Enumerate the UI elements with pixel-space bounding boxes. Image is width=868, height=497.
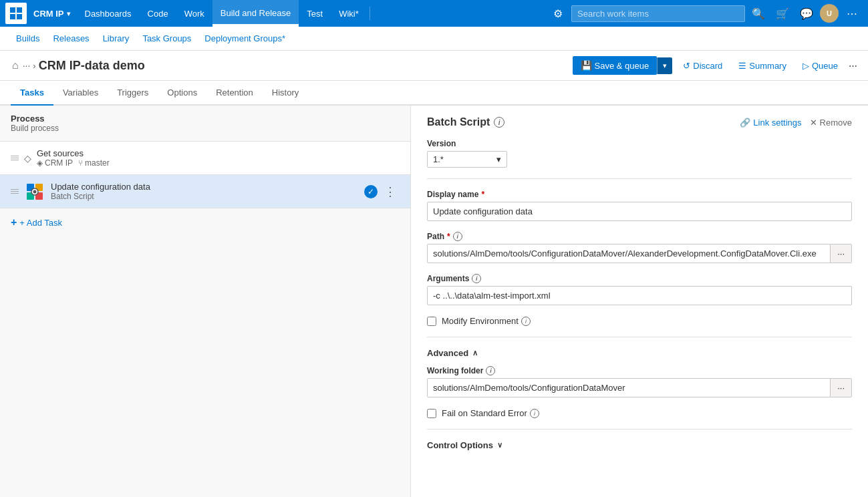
path-required: *: [447, 232, 450, 241]
arguments-group: Arguments i: [427, 274, 852, 305]
chat-icon[interactable]: 💬: [796, 3, 817, 24]
working-folder-input[interactable]: [427, 378, 831, 397]
tab-triggers[interactable]: Triggers: [108, 81, 158, 106]
nav-build-release[interactable]: Build and Release: [212, 0, 299, 27]
task-check-icon: ✓: [364, 185, 378, 198]
page-title: CRM IP-data demo: [39, 59, 145, 73]
display-name-input[interactable]: [427, 202, 852, 221]
breadcrumb-dots[interactable]: ···: [23, 60, 31, 71]
working-folder-info-icon[interactable]: i: [486, 366, 495, 375]
search-input[interactable]: [571, 5, 745, 22]
display-name-required: *: [481, 190, 484, 199]
nav-wiki[interactable]: Wiki*: [331, 0, 367, 27]
search-icon[interactable]: 🔍: [748, 3, 769, 24]
path-group: Path * i ···: [427, 232, 852, 263]
nav-code[interactable]: Code: [140, 0, 176, 27]
process-subtitle: Build process: [11, 124, 400, 133]
top-navigation: CRM IP ▾ Dashboards Code Work Build and …: [0, 0, 868, 27]
modify-environment-label: Modify Environment i: [442, 316, 531, 326]
nav-task-groups[interactable]: Task Groups: [137, 27, 196, 51]
batch-script-info-icon[interactable]: i: [494, 117, 504, 128]
repo-icon: ◈: [37, 158, 43, 168]
app-logo[interactable]: [5, 3, 27, 24]
display-name-group: Display name *: [427, 190, 852, 221]
arguments-input[interactable]: [427, 286, 852, 305]
task-item-update-config[interactable]: Update configuration data Batch Script ✓…: [0, 175, 410, 208]
project-name[interactable]: CRM IP ▾: [29, 9, 74, 19]
repo-tag: ◈ CRM IP: [37, 158, 73, 168]
advanced-section-header[interactable]: Advanced ∧: [427, 348, 852, 358]
nav-builds[interactable]: Builds: [11, 27, 45, 51]
tab-bar: Tasks Variables Triggers Options Retenti…: [0, 81, 868, 106]
content-area: ⌂ ··· › CRM IP-data demo 💾 Save & queue …: [0, 51, 868, 497]
panel-header: Batch Script i 🔗 Link settings ✕ Remove: [427, 116, 852, 128]
user-avatar[interactable]: U: [820, 4, 839, 23]
discard-button[interactable]: ↺ Discard: [678, 57, 728, 75]
working-folder-input-group: ···: [427, 378, 852, 397]
link-settings-button[interactable]: 🔗 Link settings: [740, 118, 801, 128]
save-queue-dropdown[interactable]: ▾: [657, 57, 672, 74]
modify-environment-info-icon[interactable]: i: [521, 317, 531, 326]
tab-tasks[interactable]: Tasks: [11, 81, 53, 106]
panel-actions: 🔗 Link settings ✕ Remove: [740, 118, 852, 128]
right-panel: Batch Script i 🔗 Link settings ✕ Remove: [411, 106, 868, 497]
get-sources-info: Get sources ◈ CRM IP ⑂ master: [37, 148, 400, 168]
summary-button[interactable]: ☰ Summary: [733, 57, 792, 75]
working-folder-label: Working folder i: [427, 366, 852, 375]
path-browse-button[interactable]: ···: [831, 244, 852, 263]
task-drag-handle: [11, 189, 19, 194]
control-options-header[interactable]: Control Options ∨: [427, 440, 852, 450]
save-queue-group: 💾 Save & queue ▾: [573, 56, 673, 75]
more-icon[interactable]: ⋯: [841, 3, 863, 24]
tab-options[interactable]: Options: [158, 81, 206, 106]
remove-button[interactable]: ✕ Remove: [810, 118, 852, 128]
sources-icon: ◇: [24, 153, 31, 164]
drag-handle-icon: [11, 156, 19, 160]
get-sources-meta: ◈ CRM IP ⑂ master: [37, 158, 400, 168]
save-queue-button[interactable]: 💾 Save & queue: [573, 56, 658, 75]
tab-retention[interactable]: Retention: [206, 81, 263, 106]
arguments-info-icon[interactable]: i: [472, 274, 481, 283]
version-select[interactable]: 1.* ▾: [427, 151, 507, 168]
nav-dashboards[interactable]: Dashboards: [77, 0, 140, 27]
main-split: Process Build process ◇ Get sources ◈ CR: [0, 106, 868, 497]
queue-button[interactable]: ▷ Queue: [797, 57, 843, 75]
fail-standard-error-info-icon[interactable]: i: [530, 409, 539, 418]
task-menu-button[interactable]: ⋮: [382, 183, 400, 200]
svg-point-9: [33, 190, 37, 193]
tab-variables[interactable]: Variables: [53, 81, 108, 106]
path-input[interactable]: [427, 244, 831, 263]
nav-test[interactable]: Test: [299, 0, 331, 27]
tab-history[interactable]: History: [263, 81, 308, 106]
path-info-icon[interactable]: i: [453, 232, 462, 241]
notifications-icon[interactable]: 🛒: [772, 3, 793, 24]
modify-environment-checkbox[interactable]: [427, 317, 436, 326]
advanced-chevron-icon: ∧: [472, 349, 478, 357]
nav-work[interactable]: Work: [176, 0, 212, 27]
home-icon[interactable]: ⌂: [11, 59, 20, 71]
get-sources-item[interactable]: ◇ Get sources ◈ CRM IP ⑂ master: [0, 142, 410, 175]
arguments-label: Arguments i: [427, 274, 852, 283]
summary-icon: ☰: [738, 61, 746, 71]
nav-right-section: ⚙ 🔍 🛒 💬 U ⋯: [547, 3, 863, 24]
save-icon: 💾: [581, 60, 592, 71]
nav-library[interactable]: Library: [98, 27, 135, 51]
divider-3: [427, 429, 852, 430]
branch-icon: ⑂: [78, 158, 83, 168]
nav-releases[interactable]: Releases: [47, 27, 94, 51]
version-dropdown-icon: ▾: [496, 154, 501, 164]
add-task-row[interactable]: + + Add Task: [0, 208, 410, 236]
panel-title: Batch Script i: [427, 116, 504, 128]
process-section: Process Build process: [0, 106, 410, 142]
settings-icon[interactable]: ⚙: [547, 3, 569, 24]
nav-deployment-groups[interactable]: Deployment Groups*: [199, 27, 291, 51]
fail-standard-error-checkbox[interactable]: [427, 409, 436, 418]
add-task-label: + Add Task: [19, 218, 62, 228]
queue-play-icon: ▷: [803, 61, 809, 71]
header-actions: 💾 Save & queue ▾ ↺ Discard ☰ Summary ▷ Q…: [573, 56, 857, 75]
version-label: Version: [427, 139, 852, 148]
discard-icon: ↺: [683, 61, 690, 71]
svg-rect-1: [17, 7, 22, 13]
more-options-icon[interactable]: ⋯: [849, 61, 857, 71]
working-folder-browse-button[interactable]: ···: [831, 378, 852, 397]
